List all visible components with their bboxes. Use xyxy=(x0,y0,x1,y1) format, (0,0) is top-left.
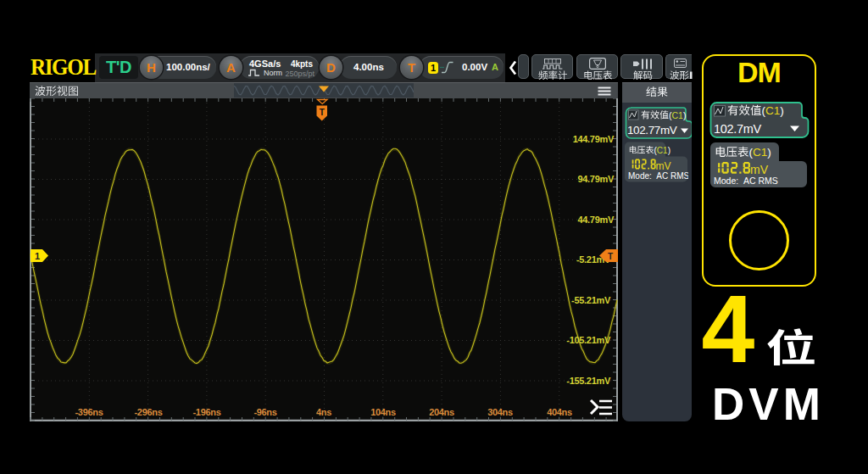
svg-text:102.77mV: 102.77mV xyxy=(627,124,677,137)
svg-text:Mode: AC RMS: Mode: AC RMS xyxy=(628,171,688,181)
svg-text:(C1): (C1) xyxy=(654,146,670,155)
svg-text:(C1): (C1) xyxy=(762,104,784,117)
svg-text:mV: mV xyxy=(656,160,671,172)
svg-text:102.7mV: 102.7mV xyxy=(714,122,762,136)
svg-text:T: T xyxy=(320,108,325,117)
svg-text:Mode: AC RMS: Mode: AC RMS xyxy=(714,176,778,186)
svg-text:T: T xyxy=(608,252,613,261)
svg-text:(C1): (C1) xyxy=(669,110,686,120)
svg-text:mV: mV xyxy=(750,163,769,176)
svg-text:1: 1 xyxy=(35,251,40,261)
svg-text:(C1): (C1) xyxy=(749,146,771,159)
